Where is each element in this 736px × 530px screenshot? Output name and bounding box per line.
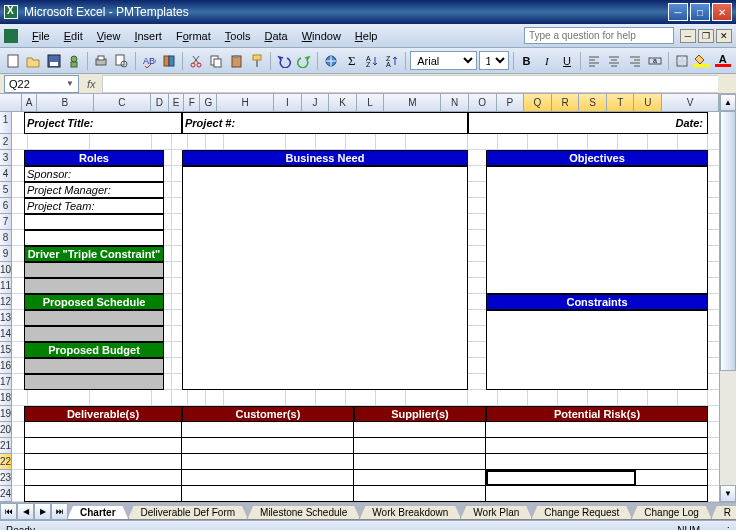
roles-blank-1[interactable] [24,214,164,230]
undo-icon[interactable] [275,50,293,72]
row-header-13[interactable]: 13 [0,310,12,326]
sheet-tab-charter[interactable]: Charter [67,506,129,520]
tab-nav-last[interactable]: ⏭ [51,503,68,520]
name-box[interactable]: Q22 ▼ [4,75,79,93]
row-header-8[interactable]: 8 [0,230,12,246]
row-header-12[interactable]: 12 [0,294,12,310]
row-header-5[interactable]: 5 [0,182,12,198]
proposed-budget-body-2[interactable] [24,374,164,390]
sheet-tab-work-breakdown[interactable]: Work Breakdown [359,506,461,520]
active-cell[interactable] [486,470,636,486]
row-header-7[interactable]: 7 [0,214,12,230]
col-header-D[interactable]: D [151,94,169,111]
row-header-14[interactable]: 14 [0,326,12,342]
font-color-icon[interactable]: A [714,50,732,72]
open-icon[interactable] [24,50,42,72]
print-icon[interactable] [92,50,110,72]
menu-insert[interactable]: Insert [128,28,168,44]
tab-nav-next[interactable]: ▶ [34,503,51,520]
col-header-B[interactable]: B [37,94,94,111]
redo-icon[interactable] [295,50,313,72]
research-icon[interactable] [160,50,178,72]
vertical-scrollbar[interactable]: ▲ ▼ [719,94,736,502]
italic-button[interactable]: I [538,50,556,72]
col-header-F[interactable]: F [184,94,201,111]
sheet-tab-change-request[interactable]: Change Request [531,506,632,520]
permission-icon[interactable] [65,50,83,72]
minimize-button[interactable]: ─ [668,3,688,21]
col-header-A[interactable]: A [22,94,37,111]
borders-icon[interactable] [673,50,691,72]
print-preview-icon[interactable] [112,50,130,72]
sort-asc-icon[interactable]: AZ [363,50,381,72]
col-header-Q[interactable]: Q [524,94,552,111]
col-header-J[interactable]: J [302,94,330,111]
col-header-O[interactable]: O [469,94,497,111]
vscroll-thumb[interactable] [720,111,736,371]
col-header-I[interactable]: I [274,94,302,111]
roles-blank-2[interactable] [24,230,164,246]
menu-file[interactable]: File [26,28,56,44]
merge-center-icon[interactable]: a [646,50,664,72]
copy-icon[interactable] [207,50,225,72]
row-header-16[interactable]: 16 [0,358,12,374]
col-header-S[interactable]: S [579,94,607,111]
menu-format[interactable]: Format [170,28,217,44]
paste-icon[interactable] [227,50,245,72]
row-header-9[interactable]: 9 [0,246,12,262]
row-header-21[interactable]: 21 [0,438,12,454]
row-header-1[interactable]: 1 [0,112,12,134]
row-header-11[interactable]: 11 [0,278,12,294]
col-header-T[interactable]: T [607,94,635,111]
autosum-icon[interactable]: Σ [343,50,361,72]
row-header-23[interactable]: 23 [0,470,12,486]
font-size-select[interactable]: 10 [479,51,509,70]
row-header-17[interactable]: 17 [0,374,12,390]
underline-button[interactable]: U [558,50,576,72]
row-header-10[interactable]: 10 [0,262,12,278]
row-header-4[interactable]: 4 [0,166,12,182]
select-all-corner[interactable] [0,94,22,112]
business-need-body[interactable] [182,166,468,390]
col-header-R[interactable]: R [552,94,580,111]
risks-body[interactable] [486,422,708,502]
col-header-P[interactable]: P [497,94,525,111]
doc-minimize-button[interactable]: ─ [680,29,696,43]
font-name-select[interactable]: Arial [410,51,476,70]
align-center-icon[interactable] [605,50,623,72]
col-header-E[interactable]: E [169,94,184,111]
align-left-icon[interactable] [585,50,603,72]
menu-tools[interactable]: Tools [219,28,257,44]
customers-body[interactable] [182,422,354,502]
maximize-button[interactable]: □ [690,3,710,21]
cut-icon[interactable] [187,50,205,72]
menu-data[interactable]: Data [258,28,293,44]
col-header-L[interactable]: L [357,94,385,111]
col-header-N[interactable]: N [441,94,469,111]
scroll-down-button[interactable]: ▼ [720,485,736,502]
row-header-2[interactable]: 2 [0,134,12,150]
menu-window[interactable]: Window [296,28,347,44]
row-header-18[interactable]: 18 [0,390,12,406]
doc-close-button[interactable]: ✕ [716,29,732,43]
fill-color-icon[interactable] [693,50,711,72]
menu-help[interactable]: Help [349,28,384,44]
align-right-icon[interactable] [626,50,644,72]
menu-edit[interactable]: Edit [58,28,89,44]
tab-nav-prev[interactable]: ◀ [17,503,34,520]
col-header-U[interactable]: U [634,94,662,111]
col-header-C[interactable]: C [94,94,151,111]
col-header-K[interactable]: K [329,94,357,111]
sheet-tab-work-plan[interactable]: Work Plan [460,506,532,520]
row-header-6[interactable]: 6 [0,198,12,214]
col-header-H[interactable]: H [217,94,274,111]
sort-desc-icon[interactable]: ZA [383,50,401,72]
objectives-body[interactable] [486,166,708,294]
col-header-M[interactable]: M [384,94,441,111]
row-header-19[interactable]: 19 [0,406,12,422]
save-icon[interactable] [45,50,63,72]
sheet-tab-r[interactable]: R [711,506,736,520]
triple-constraint-body-1[interactable] [24,262,164,278]
triple-constraint-body-2[interactable] [24,278,164,294]
row-header-20[interactable]: 20 [0,422,12,438]
